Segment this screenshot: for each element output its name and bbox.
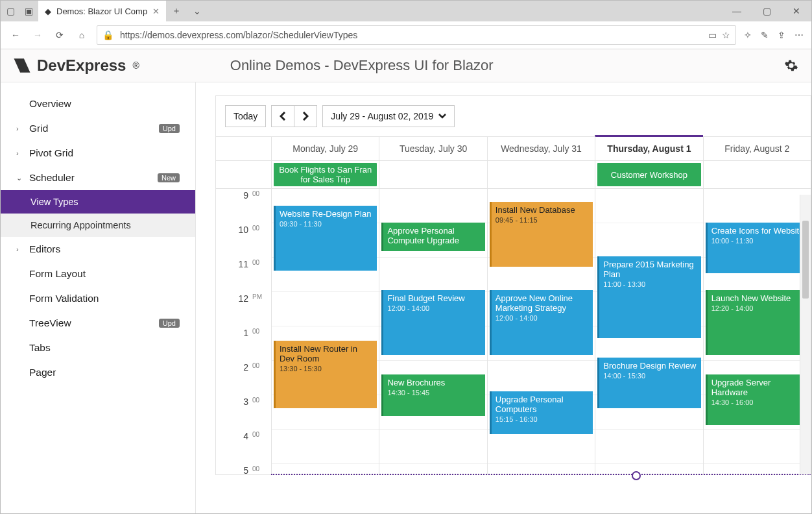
share-icon[interactable]: ⇪ xyxy=(778,30,785,40)
gear-icon[interactable] xyxy=(784,58,798,73)
event[interactable]: Prepare 2015 Marketing Plan11:00 - 13:30 xyxy=(597,256,700,338)
current-time-dot xyxy=(632,471,641,480)
hour-label: 9 xyxy=(216,189,252,223)
next-button[interactable] xyxy=(294,105,317,127)
event[interactable]: New Brochures14:30 - 15:45 xyxy=(381,374,484,416)
sidebar-item-label: Grid xyxy=(29,123,48,134)
page-header: DevExpress® Online Demos - DevExpress UI… xyxy=(1,49,811,82)
event[interactable]: Approve Personal Computer Upgrade xyxy=(381,223,484,251)
address-bar[interactable]: 🔒 ▭ ☆ xyxy=(97,25,736,45)
event[interactable]: Create Icons for Website10:00 - 11:30 xyxy=(706,223,809,273)
tab-actions-icon[interactable]: ⌄ xyxy=(187,1,208,21)
home-button[interactable]: ⌂ xyxy=(75,30,89,40)
forward-button: → xyxy=(30,30,45,40)
chevron-icon: › xyxy=(16,149,23,157)
event[interactable]: Brochure Design Review14:00 - 15:30 xyxy=(597,358,700,408)
favorite-icon[interactable]: ☆ xyxy=(722,30,730,40)
sidebar-item-grid[interactable]: ›GridUpd xyxy=(1,116,195,141)
back-button[interactable]: ← xyxy=(8,30,23,40)
browser-tab[interactable]: ◆ Demos: Blazor UI Comp ✕ xyxy=(38,1,166,21)
minute-label: 00 xyxy=(252,258,259,291)
close-window-button[interactable]: ✕ xyxy=(782,1,811,21)
event[interactable]: Install New Router in Dev Room13:30 - 15… xyxy=(274,341,377,408)
scrollbar-thumb[interactable] xyxy=(802,221,809,299)
hour-label: 10 xyxy=(216,223,252,257)
close-tab-icon[interactable]: ✕ xyxy=(152,6,160,16)
day-column[interactable]: Prepare 2015 Marketing Plan11:00 - 13:30… xyxy=(595,189,702,474)
scheduler-toolbar: Today July 29 - August 02, 2019 xyxy=(216,96,811,136)
sidebar-item-form-layout[interactable]: ›Form Layout xyxy=(1,262,195,286)
event[interactable]: Launch New Website12:20 - 14:00 xyxy=(706,290,809,355)
day-column[interactable]: Approve Personal Computer UpgradeFinal B… xyxy=(379,189,486,474)
main-content: Today July 29 - August 02, 2019 xyxy=(196,82,811,513)
event[interactable]: Upgrade Server Hardware14:30 - 16:00 xyxy=(706,374,809,425)
page-title: Online Demos - DevExpress UI for Blazor xyxy=(230,57,494,74)
sidebar-item-scheduler[interactable]: ⌄SchedulerNew xyxy=(1,165,195,190)
event-title: New Brochures xyxy=(387,378,481,387)
allday-cell[interactable]: Customer Workshop xyxy=(595,161,702,188)
allday-cell[interactable] xyxy=(379,161,486,188)
badge: New xyxy=(158,173,180,182)
allday-cell[interactable] xyxy=(703,161,811,188)
event-title: Prepare 2015 Marketing Plan xyxy=(603,260,697,279)
vertical-scrollbar[interactable] xyxy=(800,195,811,474)
allday-event[interactable]: Customer Workshop xyxy=(597,163,700,186)
brand-logo[interactable]: DevExpress® xyxy=(14,56,139,75)
sidebar-item-form-validation[interactable]: ›Form Validation xyxy=(1,286,195,311)
hour-label: 4 xyxy=(216,430,252,463)
sidebar: ›Overview›GridUpd›Pivot Grid⌄SchedulerNe… xyxy=(1,82,196,513)
allday-event[interactable]: Book Flights to San Fran for Sales Trip xyxy=(274,163,377,186)
current-time-line xyxy=(271,474,811,475)
sidebar-item-label: Form Validation xyxy=(29,293,99,304)
day-header[interactable]: Monday, July 29 xyxy=(271,137,379,160)
calendar: Monday, July 29Tuesday, July 30Wednesday… xyxy=(216,136,811,474)
badge: Upd xyxy=(159,124,180,133)
day-column[interactable]: Install New Database09:45 - 11:15Approve… xyxy=(487,189,595,474)
day-column[interactable]: Create Icons for Website10:00 - 11:30Lau… xyxy=(703,189,811,474)
refresh-button[interactable]: ⟳ xyxy=(53,30,67,40)
hour-label: 3 xyxy=(216,395,252,429)
today-button[interactable]: Today xyxy=(225,105,266,127)
reader-icon[interactable]: ▭ xyxy=(708,30,717,40)
hour-label: 12 xyxy=(216,292,252,326)
event-time: 12:00 - 14:00 xyxy=(496,314,589,322)
day-header[interactable]: Wednesday, July 31 xyxy=(487,137,595,160)
sidebar-item-treeview[interactable]: ›TreeViewUpd xyxy=(1,311,195,336)
more-icon[interactable]: ⋯ xyxy=(794,30,804,40)
event-time: 13:30 - 15:30 xyxy=(280,365,373,373)
day-header[interactable]: Tuesday, July 30 xyxy=(379,137,486,160)
sidebar-subitem-recurring-appointments[interactable]: Recurring Appointments xyxy=(1,214,195,237)
allday-cell[interactable] xyxy=(487,161,595,188)
event-title: Launch New Website xyxy=(711,293,805,303)
minute-label: 00 xyxy=(252,395,259,429)
day-header[interactable]: Thursday, August 1 xyxy=(595,135,702,160)
event-title: Install New Database xyxy=(496,205,589,215)
event[interactable]: Approve New Online Marketing Strategy12:… xyxy=(490,290,593,355)
event[interactable]: Install New Database09:45 - 11:15 xyxy=(490,202,593,267)
day-header[interactable]: Friday, August 2 xyxy=(703,137,811,160)
event[interactable]: Upgrade Personal Computers15:15 - 16:30 xyxy=(490,391,593,434)
maximize-button[interactable]: ▢ xyxy=(752,1,782,21)
allday-cell[interactable]: Book Flights to San Fran for Sales Trip xyxy=(271,161,379,188)
reading-icon[interactable]: ▣ xyxy=(23,5,34,17)
event-title: Upgrade Personal Computers xyxy=(496,395,589,414)
minimize-button[interactable]: — xyxy=(722,1,752,21)
sidebar-subitem-view-types[interactable]: View Types xyxy=(1,190,195,214)
sidebar-item-editors[interactable]: ›Editors xyxy=(1,237,195,262)
favorites-list-icon[interactable]: ✧ xyxy=(744,30,752,40)
sidebar-item-pivot-grid[interactable]: ›Pivot Grid xyxy=(1,141,195,165)
event-time: 14:30 - 15:45 xyxy=(387,389,481,397)
window-stack-icon[interactable]: ▢ xyxy=(5,5,16,17)
prev-button[interactable] xyxy=(271,105,294,127)
event[interactable]: Final Budget Review12:00 - 14:00 xyxy=(381,290,484,355)
sidebar-item-pager[interactable]: ›Pager xyxy=(1,360,195,385)
draw-icon[interactable]: ✎ xyxy=(761,30,769,40)
sidebar-item-tabs[interactable]: ›Tabs xyxy=(1,336,195,360)
url-input[interactable] xyxy=(119,29,703,41)
day-column[interactable]: Website Re-Design Plan09:30 - 11:30Insta… xyxy=(271,189,379,474)
date-range-picker[interactable]: July 29 - August 02, 2019 xyxy=(322,105,455,127)
event[interactable]: Website Re-Design Plan09:30 - 11:30 xyxy=(274,206,377,271)
event-time: 15:15 - 16:30 xyxy=(496,415,589,423)
sidebar-item-overview[interactable]: ›Overview xyxy=(1,92,195,116)
new-tab-button[interactable]: ＋ xyxy=(166,1,187,21)
